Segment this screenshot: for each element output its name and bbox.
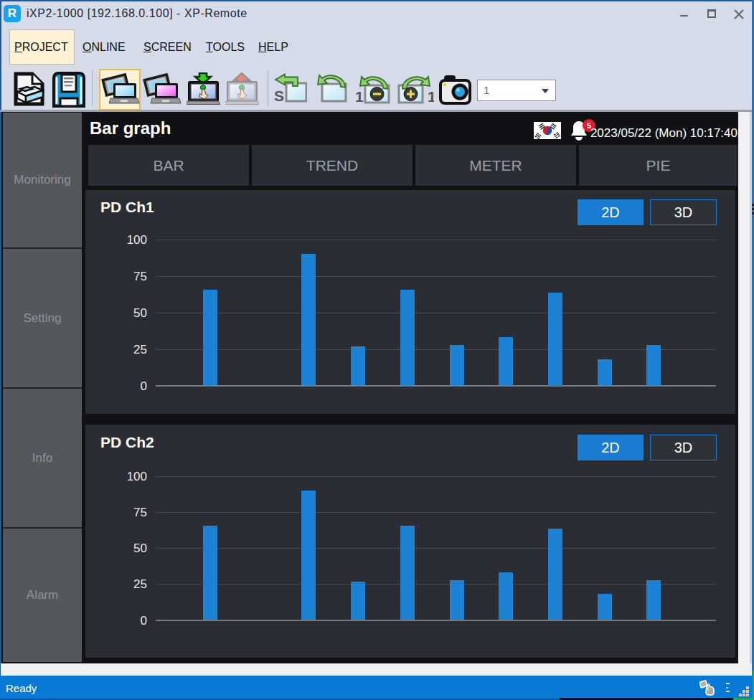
svg-text:S: S	[274, 88, 284, 104]
svg-text:1: 1	[355, 88, 364, 105]
svg-text:1: 1	[428, 88, 434, 105]
